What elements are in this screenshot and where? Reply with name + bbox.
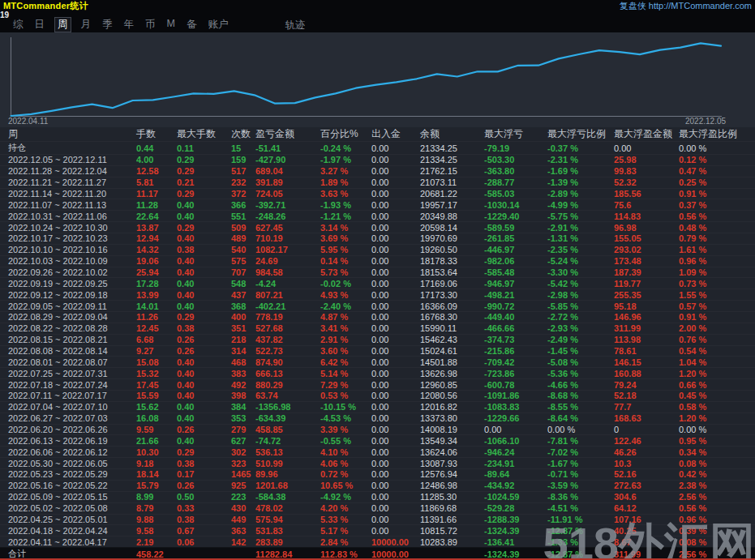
menu-item-年[interactable]: 年: [122, 18, 136, 32]
cell-max-float-loss: -1066.10: [484, 436, 547, 446]
table-row[interactable]: 2022.07.11 ~ 2022.07.1715.590.4039863.74…: [0, 390, 755, 401]
cell-max-float-loss: -585.03: [484, 189, 547, 199]
cell-max-lots: 0.40: [177, 413, 231, 423]
table-row[interactable]: 2022.08.22 ~ 2022.08.2812.450.38351527.6…: [0, 323, 755, 334]
cell-period: 持仓: [8, 142, 136, 154]
menu-item-M[interactable]: M: [165, 18, 177, 32]
menu-item-trail[interactable]: 轨迹: [285, 19, 305, 32]
brand-link[interactable]: 复盘侠 http://MTCommander.com: [620, 0, 752, 12]
table-row[interactable]: 2022.05.02 ~ 2022.05.088.790.33430478.02…: [0, 502, 755, 514]
cell-trades: 468: [231, 357, 255, 367]
cell-max-float-profit: 187.39: [614, 267, 679, 277]
table-row[interactable]: 2022.10.17 ~ 2022.10.2312.940.40489710.1…: [0, 233, 755, 244]
table-row[interactable]: 2022.07.04 ~ 2022.07.1015.620.40384-1356…: [0, 401, 755, 413]
cell-max-lots: 0.26: [177, 335, 231, 344]
table-row[interactable]: 2022.06.20 ~ 2022.06.269.590.26279458.85…: [0, 424, 755, 435]
column-header-max-float-profit[interactable]: 最大浮盈金额: [614, 127, 679, 141]
table-row[interactable]: 2022.08.15 ~ 2022.08.216.680.26218437.82…: [0, 334, 755, 345]
table-row[interactable]: 2022.04.18 ~ 2022.04.249.580.67363531.83…: [0, 524, 755, 536]
table-row[interactable]: 持仓0.440.1115-51.41-0.24 %0.0021334.25-79…: [0, 141, 755, 154]
cell-period: 2022.11.28 ~ 2022.12.04: [8, 166, 136, 176]
cell-pnl-pct: 6.42 %: [320, 357, 371, 367]
table-row[interactable]: 2022.11.14 ~ 2022.11.2011.170.29372724.0…: [0, 188, 755, 199]
table-row[interactable]: 2022.11.07 ~ 2022.11.1311.280.40366-392.…: [0, 199, 755, 210]
table-row[interactable]: 2022.06.06 ~ 2022.06.1210.300.29302536.1…: [0, 446, 755, 457]
cell-max-float-profit: 8.67: [614, 537, 679, 547]
column-header-period[interactable]: 周: [8, 127, 136, 141]
cell-trades: 351: [231, 323, 255, 333]
menu-item-综[interactable]: 综: [11, 18, 25, 32]
column-header-max-float-profit-pct[interactable]: 最大浮盈比例: [679, 127, 755, 141]
cell-pnl-pct: -2.40 %: [320, 301, 371, 311]
cell-max-float-loss: -363.80: [484, 166, 547, 176]
table-row[interactable]: 2022.10.10 ~ 2022.10.1614.320.385401082.…: [0, 244, 755, 255]
menu-item-月[interactable]: 月: [79, 18, 93, 32]
table-row[interactable]: 2022.12.05 ~ 2022.12.114.000.29159-427.9…: [0, 154, 755, 165]
cell-max-lots: 0.17: [177, 469, 231, 479]
cell-max-float-profit-pct: 0.66 %: [679, 380, 755, 390]
table-row[interactable]: 2022.10.03 ~ 2022.10.0919.060.4057524.69…: [0, 255, 755, 267]
menu-item-季[interactable]: 季: [101, 18, 114, 32]
table-row[interactable]: 2022.09.05 ~ 2022.09.1114.010.40368-402.…: [0, 300, 755, 311]
cell-max-float-loss: -449.40: [484, 312, 547, 322]
cell-period: 2022.12.05 ~ 2022.12.11: [8, 155, 136, 165]
menu-item-日[interactable]: 日: [33, 18, 47, 32]
table-row[interactable]: 2022.04.25 ~ 2022.05.019.880.38449575.94…: [0, 514, 755, 525]
column-header-balance[interactable]: 余额: [420, 127, 484, 141]
cell-pnl: -427.90: [255, 155, 320, 165]
cell-max-float-profit: 311.99: [614, 549, 679, 559]
cell-trades: 302: [231, 447, 255, 457]
table-row[interactable]: 2022.05.16 ~ 2022.05.2215.790.269251201.…: [0, 480, 755, 491]
column-header-max-float-loss[interactable]: 最大浮亏: [484, 127, 547, 141]
cell-pnl-pct: 5.73 %: [320, 267, 371, 277]
cell-period: 2022.04.18 ~ 2022.04.24: [8, 526, 136, 536]
table-row[interactable]: 2022.09.12 ~ 2022.09.1813.990.40437807.2…: [0, 289, 755, 300]
column-header-pnl[interactable]: 盈亏金额: [255, 127, 320, 141]
cell-lots: 17.28: [136, 279, 177, 289]
cell-lots: 12.45: [136, 323, 177, 333]
menu-item-币[interactable]: 币: [144, 18, 157, 32]
table-row[interactable]: 2022.08.29 ~ 2022.09.0411.260.29400778.1…: [0, 311, 755, 323]
table-row[interactable]: 2022.11.21 ~ 2022.11.275.810.21232391.89…: [0, 177, 755, 188]
table-row[interactable]: 2022.06.13 ~ 2022.06.1921.660.40627-74.7…: [0, 434, 755, 446]
cell-balance: 20598.14: [420, 223, 484, 233]
column-header-lots[interactable]: 手数: [136, 127, 177, 141]
cell-deposit-withdraw: 0.00: [371, 402, 420, 412]
table-row[interactable]: 2022.04.11 ~ 2022.04.172.190.06142283.89…: [0, 536, 755, 547]
cell-max-float-loss-pct: -0.37 %: [547, 143, 614, 153]
table-row[interactable]: 2022.09.26 ~ 2022.10.0225.940.40707984.5…: [0, 267, 755, 278]
column-header-pnl-pct[interactable]: 百分比%: [320, 127, 371, 141]
table-row[interactable]: 2022.10.24 ~ 2022.10.3013.870.29509627.4…: [0, 221, 755, 233]
column-header-max-lots[interactable]: 最大手数: [177, 127, 231, 141]
table-row[interactable]: 2022.10.31 ~ 2022.11.0622.640.40551-248.…: [0, 210, 755, 221]
cell-pnl-pct: 0.72 %: [320, 469, 371, 479]
table-row[interactable]: 2022.05.09 ~ 2022.05.158.990.50223-584.3…: [0, 491, 755, 502]
column-header-max-float-loss-pct[interactable]: 最大浮亏比例: [547, 127, 614, 141]
cell-max-float-profit-pct: 0.91 %: [679, 312, 755, 322]
cell-balance: 21334.25: [420, 155, 484, 165]
cell-balance: 11285.30: [420, 492, 484, 502]
cell-max-float-loss-pct: -5.24 %: [547, 256, 614, 266]
cell-deposit-withdraw: 0.00: [371, 481, 420, 490]
cell-max-float-profit: 40.25: [614, 526, 679, 536]
cell-pnl-pct: 112.83 %: [320, 549, 371, 559]
table-row[interactable]: 2022.05.30 ~ 2022.06.059.180.38323510.99…: [0, 457, 755, 468]
cell-max-lots: 0.29: [177, 223, 231, 233]
table-row[interactable]: 2022.08.08 ~ 2022.08.149.270.26314522.73…: [0, 345, 755, 357]
table-row[interactable]: 2022.05.23 ~ 2022.05.2918.140.17146589.9…: [0, 468, 755, 480]
table-row[interactable]: 2022.07.18 ~ 2022.07.2417.450.40492880.2…: [0, 378, 755, 390]
table-row[interactable]: 2022.07.25 ~ 2022.07.3115.320.40383666.1…: [0, 367, 755, 378]
cell-deposit-withdraw: 0.00: [371, 503, 420, 513]
menu-item-账户[interactable]: 账户: [206, 18, 230, 32]
cell-deposit-withdraw: 0.00: [371, 267, 420, 277]
table-row[interactable]: 2022.09.19 ~ 2022.09.2517.280.40548-4.24…: [0, 277, 755, 289]
cell-deposit-withdraw: 0.00: [371, 189, 420, 199]
menu-item-周[interactable]: 周: [54, 17, 71, 32]
column-header-deposit-withdraw[interactable]: 出入金: [371, 127, 420, 141]
menu-item-备[interactable]: 备: [185, 18, 199, 32]
table-row[interactable]: 2022.06.27 ~ 2022.07.0316.080.40353-634.…: [0, 413, 755, 424]
table-body: 持仓0.440.1115-51.41-0.24 %0.0021334.25-79…: [0, 141, 755, 560]
table-row[interactable]: 2022.11.28 ~ 2022.12.0412.580.29517689.0…: [0, 165, 755, 177]
column-header-trades[interactable]: 次数: [231, 127, 255, 141]
table-row[interactable]: 2022.08.01 ~ 2022.08.0715.080.40468874.9…: [0, 356, 755, 367]
